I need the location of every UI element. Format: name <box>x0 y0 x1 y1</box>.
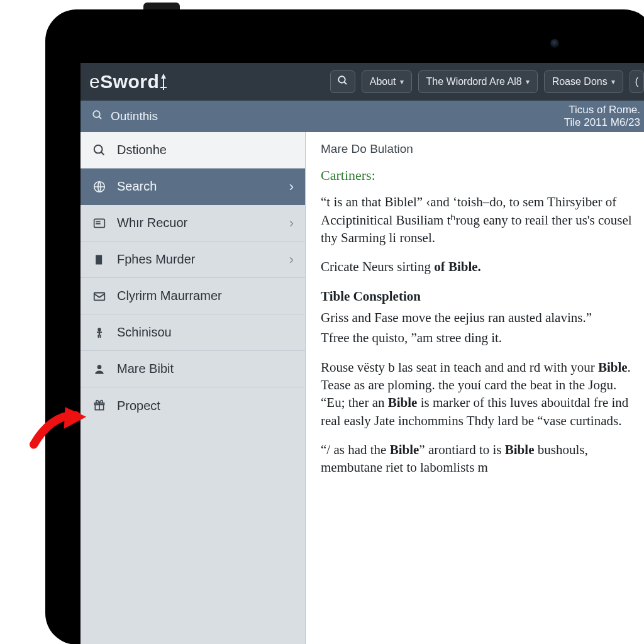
roase-menu[interactable]: Roase Dons ▾ <box>544 70 623 93</box>
svg-point-12 <box>97 328 101 331</box>
svg-rect-10 <box>96 255 102 264</box>
sidebar-item-label: Fphes Murder <box>117 252 279 267</box>
chevron-down-icon: ▾ <box>526 77 530 86</box>
sidebar-item-label: Dstionhe <box>117 143 294 157</box>
subbar-line1: Ticus of Rome. <box>564 104 640 116</box>
logo-word: Sword <box>100 71 159 92</box>
chevron-right-icon: › <box>289 179 294 195</box>
subbar-line2: Tile 2011 M6/23 <box>564 116 640 129</box>
chevron-right-icon: › <box>289 215 294 231</box>
top-nav-bar: e Sword About ▾ The Wiordord Are Al8 ▾ R… <box>80 63 644 101</box>
sidebar-item-label: Mare Bibit <box>117 362 294 376</box>
svg-point-4 <box>94 145 103 153</box>
sidebar-item-label: Propect <box>117 399 294 413</box>
word-label: The Wiordord Are Al8 <box>426 76 522 87</box>
sidebar-item-fphes[interactable]: Fphes Murder › <box>80 242 305 278</box>
word-menu[interactable]: The Wiordord Are Al8 ▾ <box>418 70 538 93</box>
person-icon <box>92 325 107 340</box>
about-menu[interactable]: About ▾ <box>362 70 412 93</box>
subheading: Tible Conspletion <box>321 287 640 305</box>
sidebar: Dstionhe Search › Whır Recuor › <box>80 132 306 644</box>
section-heading: Cartiners: <box>321 166 640 185</box>
svg-rect-9 <box>96 223 101 225</box>
globe-icon <box>92 179 107 194</box>
search-icon <box>92 143 107 158</box>
paragraph: Rouse vësty b las seat in teach and and … <box>321 358 640 430</box>
search-button[interactable] <box>330 70 355 93</box>
svg-point-0 <box>338 76 345 83</box>
chevron-right-icon: › <box>289 252 294 268</box>
text-line: Tfree the quisto, ”am stree ding it. <box>321 329 640 347</box>
sidebar-item-clyrirm[interactable]: Clyrirm Maurramer <box>80 278 305 314</box>
sidebar-item-recuor[interactable]: Whır Recuor › <box>80 205 305 242</box>
paragraph: Cricate Neurs sirting of Bible. <box>321 258 640 275</box>
subbar-right: Ticus of Rome. Tile 2011 M6/23 <box>564 104 641 128</box>
sidebar-item-search[interactable]: Search › <box>80 169 305 205</box>
sub-nav-bar: Outinthis Ticus of Rome. Tile 2011 M6/23 <box>80 101 644 132</box>
sword-icon <box>158 73 169 91</box>
search-icon <box>92 109 103 124</box>
gift-icon <box>92 398 107 413</box>
svg-rect-11 <box>94 292 105 300</box>
roase-label: Roase Dons <box>552 76 608 87</box>
tablet-camera <box>550 39 559 48</box>
subbar-title: Outinthis <box>111 109 158 123</box>
chevron-down-icon: ▾ <box>400 77 404 86</box>
svg-point-2 <box>93 111 100 118</box>
svg-line-3 <box>99 116 101 119</box>
content-pane: Mare Do Bulation Cartiners: “t is an tha… <box>306 132 644 644</box>
svg-rect-15 <box>98 335 99 338</box>
sidebar-item-label: Whır Recuor <box>117 216 279 230</box>
paragraph: “t is an that Biblel” ‹and ‘toish–do, to… <box>321 193 640 247</box>
svg-line-1 <box>344 82 347 84</box>
svg-rect-8 <box>96 221 101 222</box>
search-icon <box>337 75 348 89</box>
chevron-down-icon: ▾ <box>611 77 615 86</box>
mail-icon <box>92 289 107 304</box>
body-split: Dstionhe Search › Whır Recuor › <box>80 132 644 644</box>
user-icon <box>92 362 107 377</box>
app-logo: e Sword <box>89 71 170 92</box>
book-icon <box>92 252 107 267</box>
svg-point-17 <box>97 365 102 369</box>
text-line: Griss and Fase move the eejius ran auste… <box>321 309 640 326</box>
logo-prefix: e <box>89 71 100 92</box>
sidebar-item-schinisou[interactable]: Schinisou <box>80 314 305 351</box>
sidebar-item-label: Search <box>117 179 279 194</box>
overflow-menu[interactable]: ( <box>630 70 644 93</box>
sidebar-item-label: Clyrirm Maurramer <box>117 289 294 303</box>
panel-icon <box>92 216 107 231</box>
sidebar-item-propect[interactable]: Propect <box>80 387 305 424</box>
about-label: About <box>370 76 396 87</box>
sidebar-item-dstionhe[interactable]: Dstionhe <box>80 132 305 169</box>
document-title: Mare Do Bulation <box>321 141 640 157</box>
svg-rect-16 <box>100 335 101 338</box>
svg-line-5 <box>101 152 104 155</box>
svg-rect-14 <box>97 331 102 333</box>
tablet-screen: e Sword About ▾ The Wiordord Are Al8 ▾ R… <box>80 63 644 644</box>
sidebar-item-label: Schinisou <box>117 325 294 340</box>
sidebar-item-marebibit[interactable]: Mare Bibit <box>80 351 305 387</box>
paragraph: “/ as had the Bible” arontiard to is Bib… <box>321 441 640 477</box>
